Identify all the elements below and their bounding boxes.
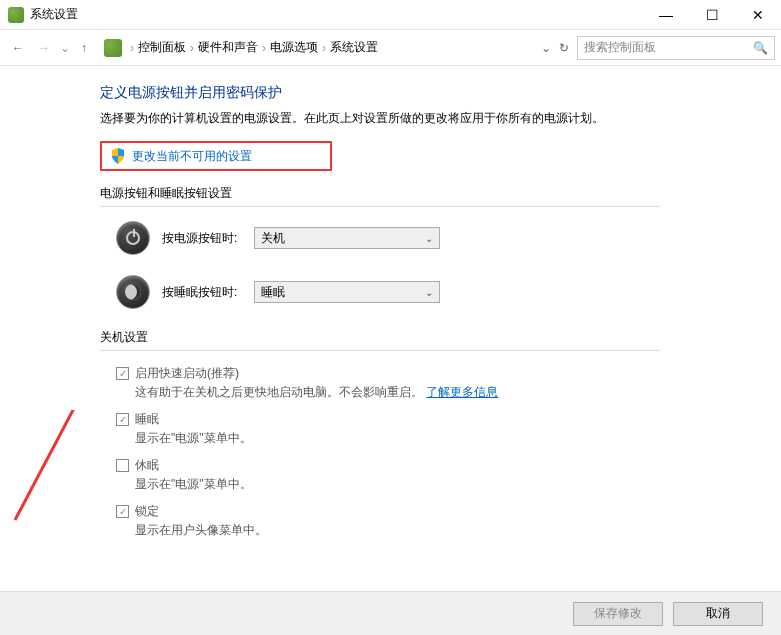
footer: 保存修改 取消 [0,591,781,635]
forward-button[interactable]: → [32,36,56,60]
buttons-section-title: 电源按钮和睡眠按钮设置 [100,185,781,202]
divider [100,350,660,351]
sleep-item: 睡眠 显示在"电源"菜单中。 [116,411,781,447]
shutdown-section: 关机设置 启用快速启动(推荐) 这有助于在关机之后更快地启动电脑。不会影响重启。… [100,329,781,539]
refresh-icon[interactable]: ↻ [555,41,573,55]
content: 定义电源按钮并启用密码保护 选择要为你的计算机设置的电源设置。在此页上对设置所做… [0,66,781,539]
sleep-button-value: 睡眠 [261,284,285,301]
chevron-right-icon: › [130,41,134,55]
shield-icon [110,148,126,164]
power-button-value: 关机 [261,230,285,247]
chevron-down-icon: ⌄ [425,287,433,298]
hibernate-item-label: 休眠 [135,457,159,474]
sleep-button-label: 按睡眠按钮时: [162,284,254,301]
change-settings-highlight: 更改当前不可用的设置 [100,141,332,171]
change-unavailable-link[interactable]: 更改当前不可用的设置 [132,148,252,165]
page-heading: 定义电源按钮并启用密码保护 [100,84,781,102]
window-controls: — ☐ ✕ [643,0,781,30]
navbar: ← → ⌄ ↑ › 控制面板 › 硬件和声音 › 电源选项 › 系统设置 ⌄ ↻… [0,30,781,66]
search-input[interactable]: 搜索控制面板 🔍 [577,36,775,60]
search-placeholder: 搜索控制面板 [584,39,656,56]
power-button-row: 按电源按钮时: 关机 ⌄ [116,221,781,255]
address-controls: ⌄ ↻ [537,41,573,55]
lock-item-desc: 显示在用户头像菜单中。 [135,522,781,539]
fast-startup-item: 启用快速启动(推荐) 这有助于在关机之后更快地启动电脑。不会影响重启。 了解更多… [116,365,781,401]
fast-startup-checkbox[interactable] [116,367,129,380]
sleep-item-desc: 显示在"电源"菜单中。 [135,430,781,447]
crumb-hardware[interactable]: 硬件和声音 [198,39,258,56]
power-icon [116,221,150,255]
power-button-dropdown[interactable]: 关机 ⌄ [254,227,440,249]
moon-icon [116,275,150,309]
address-dropdown-icon[interactable]: ⌄ [537,41,555,55]
control-panel-icon [104,39,122,57]
sleep-button-row: 按睡眠按钮时: 睡眠 ⌄ [116,275,781,309]
lock-item: 锁定 显示在用户头像菜单中。 [116,503,781,539]
save-button[interactable]: 保存修改 [573,602,663,626]
learn-more-link[interactable]: 了解更多信息 [426,385,498,399]
chevron-right-icon: › [322,41,326,55]
hibernate-item: 休眠 显示在"电源"菜单中。 [116,457,781,493]
chevron-down-icon: ⌄ [425,233,433,244]
maximize-button[interactable]: ☐ [689,0,735,30]
hibernate-item-desc: 显示在"电源"菜单中。 [135,476,781,493]
fast-startup-label: 启用快速启动(推荐) [135,365,239,382]
lock-checkbox[interactable] [116,505,129,518]
search-icon: 🔍 [753,41,768,55]
minimize-button[interactable]: — [643,0,689,30]
back-button[interactable]: ← [6,36,30,60]
sleep-item-label: 睡眠 [135,411,159,428]
lock-item-label: 锁定 [135,503,159,520]
up-button[interactable]: ↑ [72,36,96,60]
crumb-system-settings[interactable]: 系统设置 [330,39,378,56]
chevron-right-icon: › [262,41,266,55]
crumb-control-panel[interactable]: 控制面板 [138,39,186,56]
breadcrumb: › 控制面板 › 硬件和声音 › 电源选项 › 系统设置 [98,39,537,57]
close-button[interactable]: ✕ [735,0,781,30]
history-dropdown-icon[interactable]: ⌄ [60,41,70,55]
hibernate-checkbox[interactable] [116,459,129,472]
shutdown-section-title: 关机设置 [100,329,781,346]
power-button-label: 按电源按钮时: [162,230,254,247]
chevron-right-icon: › [190,41,194,55]
fast-startup-desc: 这有助于在关机之后更快地启动电脑。不会影响重启。 了解更多信息 [135,384,781,401]
cancel-button[interactable]: 取消 [673,602,763,626]
titlebar: 系统设置 — ☐ ✕ [0,0,781,30]
app-icon [8,7,24,23]
divider [100,206,660,207]
crumb-power[interactable]: 电源选项 [270,39,318,56]
sleep-button-dropdown[interactable]: 睡眠 ⌄ [254,281,440,303]
sleep-checkbox[interactable] [116,413,129,426]
page-subtext: 选择要为你的计算机设置的电源设置。在此页上对设置所做的更改将应用于你所有的电源计… [100,110,781,127]
window-title: 系统设置 [30,6,643,23]
